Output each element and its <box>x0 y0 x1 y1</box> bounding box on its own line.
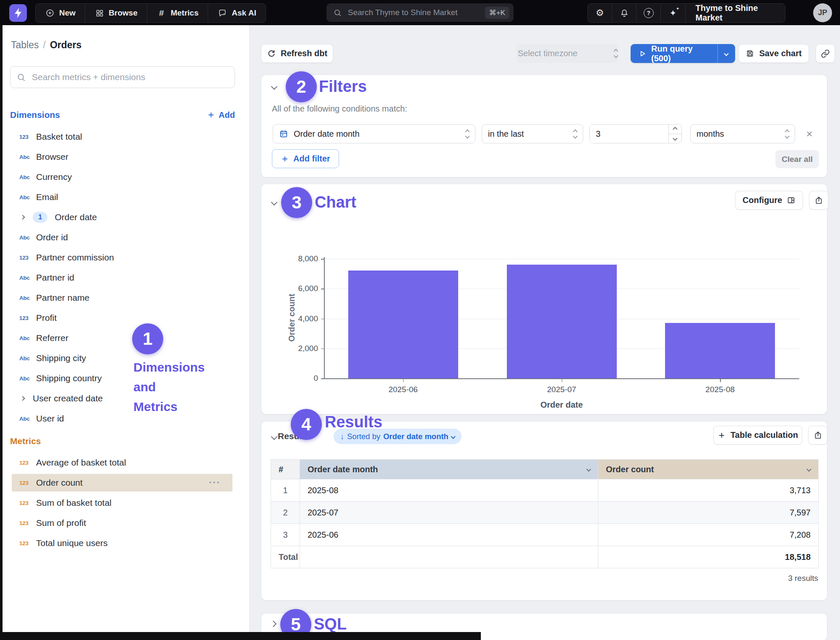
sidebar-item-order-date[interactable]: 1Order date <box>3 208 249 226</box>
y-axis-tick-label: 0 <box>289 374 318 383</box>
workspace-name[interactable]: Thyme to Shine Market <box>686 4 785 22</box>
annotation-1-circle: 1 <box>132 323 163 354</box>
stepper-down-button[interactable] <box>669 134 681 143</box>
sidebar-item-basket-total[interactable]: 123Basket total <box>3 128 249 146</box>
sidebar-item-partner-name[interactable]: AbcPartner name <box>3 289 249 307</box>
circle-plus-icon <box>45 8 55 18</box>
hash-icon: # <box>157 8 167 18</box>
share-icon <box>814 431 822 440</box>
chart-bar[interactable] <box>665 323 775 378</box>
column-header-rank[interactable]: # <box>271 460 300 479</box>
settings-button[interactable]: ⚙ <box>588 4 612 22</box>
string-type-icon: Abc <box>19 335 36 341</box>
cell-count[interactable]: 7,597 <box>598 502 819 524</box>
bell-icon <box>620 8 629 18</box>
string-type-icon: Abc <box>19 416 36 422</box>
cell-month[interactable]: 2025-06 <box>300 524 598 546</box>
refresh-dbt-button[interactable]: Refresh dbt <box>261 44 333 63</box>
cell-month[interactable]: 2025-07 <box>300 502 598 524</box>
stepper-up-button[interactable] <box>669 125 681 134</box>
timezone-select[interactable]: Select timezone <box>516 44 618 63</box>
sidebar-item-email[interactable]: AbcEmail <box>3 188 249 206</box>
cell-month[interactable]: 2025-08 <box>300 479 598 502</box>
global-search[interactable]: ⌘+K <box>326 3 514 22</box>
string-type-icon: Abc <box>19 174 36 180</box>
x-axis-tick <box>720 379 721 382</box>
x-axis-tick <box>562 379 563 382</box>
dimension-label: Basket total <box>36 132 82 142</box>
clear-all-filters-button[interactable]: Clear all <box>775 150 819 168</box>
add-dimension-button[interactable]: Add <box>207 110 235 120</box>
filter-field-select[interactable]: Order date month <box>273 124 475 143</box>
sidebar-item-total-unique-users[interactable]: 123Total unique users <box>3 534 249 552</box>
run-query-button[interactable]: Run query (500) <box>631 44 735 63</box>
string-type-icon: Abc <box>19 194 36 200</box>
x-axis-title: Order date <box>520 400 604 410</box>
chart-bar[interactable] <box>348 271 458 378</box>
results-table: # Order date month Order count 12025-083… <box>271 459 819 568</box>
help-icon: ? <box>644 8 654 18</box>
table-row: 22025-077,597 <box>271 502 819 524</box>
sidebar-item-profit[interactable]: 123Profit <box>3 309 249 327</box>
help-button[interactable]: ? <box>637 4 661 22</box>
chevron-right-icon[interactable] <box>20 396 25 401</box>
sidebar-item-referrer[interactable]: AbcReferrer <box>3 329 249 347</box>
filter-value-input <box>590 124 682 143</box>
annotation-2-circle: 2 <box>286 71 317 102</box>
sidebar-item-sum-of-basket-total[interactable]: 123Sum of basket total <box>3 494 249 512</box>
global-search-input[interactable] <box>347 8 485 18</box>
remove-filter-button[interactable]: × <box>800 124 819 143</box>
run-query-caret[interactable] <box>717 44 735 63</box>
user-avatar[interactable]: JP <box>813 3 832 22</box>
table-calculation-button[interactable]: Table calculation <box>713 426 802 445</box>
cell-count[interactable]: 3,713 <box>598 479 819 502</box>
gear-icon: ⚙ <box>596 8 604 18</box>
string-type-icon: Abc <box>19 154 36 160</box>
notifications-button[interactable] <box>612 4 637 22</box>
dimension-label: Browser <box>36 152 68 162</box>
window-edge <box>0 25 3 640</box>
sidebar-item-currency[interactable]: AbcCurrency <box>3 168 249 186</box>
more-options-icon[interactable]: ··· <box>209 477 221 488</box>
column-header-month[interactable]: Order date month <box>300 460 598 479</box>
cell-rank: 2 <box>271 502 300 524</box>
sidebar-item-partner-commission[interactable]: 123Partner commission <box>3 249 249 266</box>
sidebar-item-browser[interactable]: AbcBrowser <box>3 148 249 166</box>
column-header-count[interactable]: Order count <box>598 460 819 479</box>
annotation-3-circle: 3 <box>281 187 312 218</box>
ai-assistant-button[interactable]: ✦✦ <box>661 4 685 22</box>
nav-metrics-button[interactable]: # Metrics <box>147 4 209 22</box>
sidebar-item-average-of-basket-total[interactable]: 123Average of basket total <box>3 454 249 471</box>
sidebar-search-input[interactable] <box>31 72 229 83</box>
number-type-icon: 123 <box>19 134 36 140</box>
sidebar-item-order-count[interactable]: 123Order count··· <box>12 474 232 492</box>
sidebar-search[interactable] <box>10 66 235 88</box>
sidebar-item-partner-id[interactable]: AbcPartner id <box>3 269 249 286</box>
nav-ask-ai-button[interactable]: Ask AI <box>208 4 265 22</box>
sidebar-item-order-id[interactable]: AbcOrder id <box>3 229 249 246</box>
filters-match-text: All of the following conditions match: <box>272 104 407 114</box>
filter-value-field[interactable] <box>590 125 668 143</box>
search-icon <box>333 8 342 17</box>
number-type-icon: 123 <box>19 460 36 466</box>
annotation-4-label: Results <box>325 413 382 431</box>
add-filter-button[interactable]: Add filter <box>272 149 339 168</box>
export-results-button[interactable] <box>808 426 827 445</box>
cell-count[interactable]: 7,208 <box>598 524 819 546</box>
sidebar-item-sum-of-profit[interactable]: 123Sum of profit <box>3 514 249 532</box>
chart-bar[interactable] <box>507 265 617 378</box>
breadcrumb-tables-link[interactable]: Tables <box>11 39 39 50</box>
chevron-right-icon[interactable] <box>20 215 25 219</box>
top-navbar: New Browse # Metrics Ask AI ⌘+K ⚙ <box>0 0 840 25</box>
select-chevrons-icon <box>614 49 618 57</box>
app-logo-icon[interactable] <box>9 4 27 22</box>
filter-unit-select[interactable]: months <box>690 124 795 143</box>
filter-operator-select[interactable]: in the last <box>482 124 583 143</box>
save-chart-button[interactable]: Save chart <box>738 44 809 63</box>
string-type-icon: Abc <box>19 355 36 362</box>
nav-new-button[interactable]: New <box>36 4 85 22</box>
y-axis-tick <box>321 319 324 320</box>
shortcut-badge: ⌘+K <box>485 7 509 19</box>
nav-browse-button[interactable]: Browse <box>85 4 147 22</box>
share-link-button[interactable] <box>816 44 835 63</box>
